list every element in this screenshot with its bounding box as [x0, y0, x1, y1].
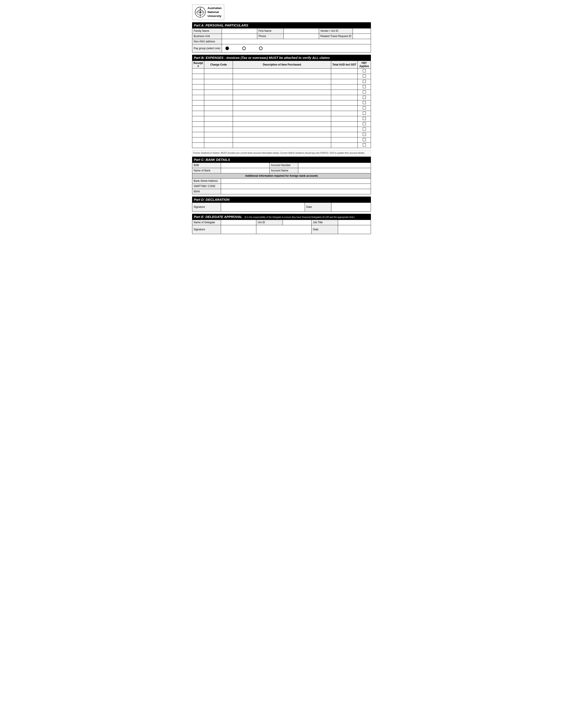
fbt-checkbox[interactable] [363, 138, 366, 141]
receipt-cell[interactable] [192, 74, 204, 79]
fbt-checkbox[interactable] [363, 133, 366, 136]
date-field[interactable] [333, 206, 369, 209]
total-aud-cell[interactable] [331, 105, 358, 111]
fbt-cell[interactable] [358, 132, 371, 137]
description-cell[interactable] [233, 143, 331, 148]
description-cell[interactable] [233, 116, 331, 121]
receipt-input[interactable] [193, 112, 203, 115]
job-title-input[interactable] [338, 220, 371, 225]
description-input[interactable] [234, 117, 330, 120]
description-input[interactable] [234, 112, 330, 115]
receipt-input[interactable] [193, 80, 203, 83]
receipt-cell[interactable] [192, 132, 204, 137]
description-input[interactable] [234, 70, 330, 73]
radio-circle-2[interactable] [242, 47, 246, 50]
total-aud-input[interactable] [332, 123, 356, 126]
charge-code-input[interactable] [205, 80, 231, 83]
total-aud-cell[interactable] [331, 143, 358, 148]
receipt-cell[interactable] [192, 143, 204, 148]
receipt-cell[interactable] [192, 90, 204, 95]
charge-code-input[interactable] [205, 128, 231, 131]
charge-code-input[interactable] [205, 75, 231, 78]
job-title-field[interactable] [339, 221, 369, 224]
fbt-cell[interactable] [358, 68, 371, 74]
account-number-field[interactable] [300, 164, 369, 167]
fbt-cell[interactable] [358, 111, 371, 116]
bank-street-address-field[interactable] [222, 180, 369, 183]
delegate-signature-field[interactable] [222, 228, 255, 231]
total-aud-cell[interactable] [331, 95, 358, 100]
name-of-delegate-input[interactable] [221, 220, 256, 225]
receipt-cell[interactable] [192, 111, 204, 116]
fbt-cell[interactable] [358, 127, 371, 132]
description-input[interactable] [234, 101, 330, 105]
fbt-checkbox[interactable] [363, 69, 366, 72]
fbt-cell[interactable] [358, 100, 371, 105]
fbt-checkbox[interactable] [363, 106, 366, 109]
fbt-cell[interactable] [358, 143, 371, 148]
receipt-input[interactable] [193, 91, 203, 94]
description-input[interactable] [234, 91, 330, 94]
fbt-checkbox[interactable] [363, 101, 366, 104]
charge-code-cell[interactable] [204, 127, 233, 132]
receipt-cell[interactable] [192, 116, 204, 121]
total-aud-input[interactable] [332, 86, 356, 89]
fbt-cell[interactable] [358, 74, 371, 79]
signature-input[interactable] [221, 203, 305, 211]
charge-code-input[interactable] [205, 123, 231, 126]
total-aud-input[interactable] [332, 107, 356, 110]
signature-field[interactable] [222, 206, 304, 209]
receipt-cell[interactable] [192, 79, 204, 84]
vendor-uni-id-field[interactable] [354, 30, 369, 33]
total-aud-input[interactable] [332, 101, 356, 105]
charge-code-input[interactable] [205, 70, 231, 73]
charge-code-cell[interactable] [204, 143, 233, 148]
total-aud-cell[interactable] [331, 111, 358, 116]
family-name-field[interactable] [223, 30, 256, 33]
total-aud-cell[interactable] [331, 84, 358, 90]
fbt-cell[interactable] [358, 116, 371, 121]
swift-bic-field[interactable] [222, 185, 369, 188]
charge-code-cell[interactable] [204, 90, 233, 95]
first-name-field[interactable] [285, 30, 318, 33]
total-aud-cell[interactable] [331, 121, 358, 127]
receipt-cell[interactable] [192, 100, 204, 105]
total-aud-input[interactable] [332, 112, 356, 115]
receipt-input[interactable] [193, 86, 203, 89]
charge-code-input[interactable] [205, 117, 231, 120]
account-name-field[interactable] [300, 169, 369, 172]
receipt-input[interactable] [193, 139, 203, 142]
receipt-input[interactable] [193, 128, 203, 131]
charge-code-input[interactable] [205, 86, 231, 89]
receipt-cell[interactable] [192, 95, 204, 100]
total-aud-input[interactable] [332, 96, 356, 99]
vendor-uni-id-input[interactable] [353, 28, 371, 34]
total-aud-cell[interactable] [331, 127, 358, 132]
description-input[interactable] [234, 128, 330, 131]
total-aud-input[interactable] [332, 70, 356, 73]
phone-input[interactable] [284, 34, 319, 39]
description-cell[interactable] [233, 121, 331, 127]
fbt-cell[interactable] [358, 79, 371, 84]
fbt-cell[interactable] [358, 137, 371, 143]
total-aud-input[interactable] [332, 144, 356, 147]
fbt-checkbox[interactable] [363, 112, 366, 115]
fbt-cell[interactable] [358, 121, 371, 127]
date-input[interactable] [332, 203, 371, 211]
business-unit-field[interactable] [223, 35, 256, 38]
charge-code-input[interactable] [205, 101, 231, 105]
radio-option-2[interactable] [242, 47, 246, 50]
fbt-checkbox[interactable] [363, 85, 366, 88]
description-cell[interactable] [233, 90, 331, 95]
name-of-bank-field[interactable] [222, 169, 268, 172]
swift-bic-input[interactable] [221, 184, 371, 189]
total-aud-cell[interactable] [331, 68, 358, 74]
fbt-checkbox[interactable] [363, 96, 366, 99]
receipt-input[interactable] [193, 133, 203, 136]
fbt-checkbox[interactable] [363, 75, 366, 78]
description-cell[interactable] [233, 100, 331, 105]
delegate-date-field[interactable] [339, 228, 369, 231]
iban-input[interactable] [221, 189, 371, 194]
total-aud-cell[interactable] [331, 137, 358, 143]
receipt-input[interactable] [193, 75, 203, 78]
